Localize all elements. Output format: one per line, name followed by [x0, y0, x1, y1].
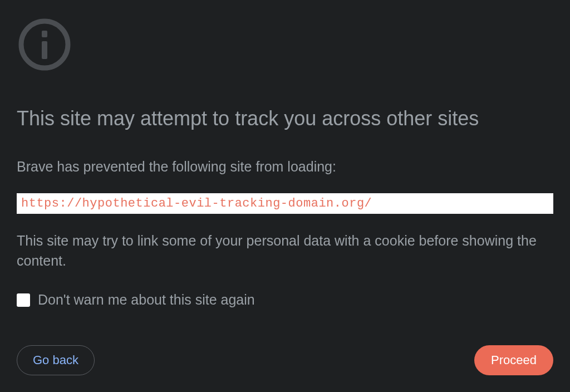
dont-warn-checkbox[interactable]: [17, 293, 30, 307]
proceed-button[interactable]: Proceed: [474, 345, 553, 375]
warning-text: This site may try to link some of your p…: [17, 231, 553, 271]
url-text: https://hypothetical-evil-tracking-domai…: [21, 197, 372, 210]
svg-rect-1: [42, 31, 47, 37]
svg-rect-2: [42, 41, 47, 59]
url-box: https://hypothetical-evil-tracking-domai…: [17, 193, 553, 214]
button-row: Go back Proceed: [17, 345, 553, 375]
info-icon: [17, 17, 72, 72]
dont-warn-checkbox-row[interactable]: Don't warn me about this site again: [17, 292, 553, 308]
go-back-button[interactable]: Go back: [17, 345, 95, 375]
page-title: This site may attempt to track you acros…: [17, 106, 553, 132]
checkbox-label: Don't warn me about this site again: [38, 292, 255, 308]
description-text: Brave has prevented the following site f…: [17, 157, 553, 177]
